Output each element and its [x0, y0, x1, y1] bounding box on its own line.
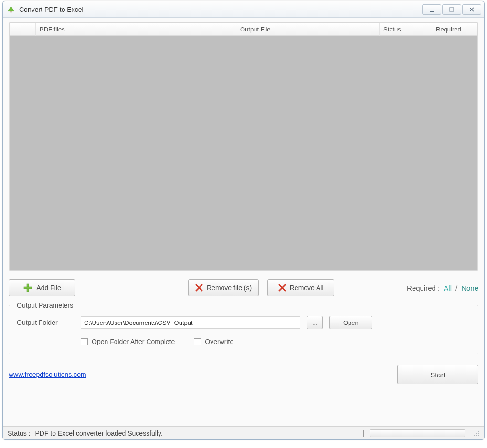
file-list-header: PDF files Output File Status Required: [10, 23, 477, 36]
remove-all-button[interactable]: Remove All: [267, 279, 334, 296]
svg-point-12: [478, 431, 479, 432]
website-link[interactable]: www.freepdfsolutions.com: [9, 371, 86, 378]
status-bar: Status : PDF to Excel converter loaded S…: [3, 426, 484, 439]
column-output-file[interactable]: Output File: [236, 23, 380, 36]
file-list-body[interactable]: [10, 36, 477, 270]
titlebar[interactable]: Convert PDF to Excel: [3, 1, 484, 18]
remove-file-label: Remove file (s): [207, 284, 252, 292]
add-file-button[interactable]: Add File: [9, 279, 75, 296]
status-text: PDF to Excel converter loaded Sucessfull…: [35, 429, 162, 437]
svg-point-14: [476, 433, 477, 434]
progress-bar: [370, 429, 465, 437]
svg-marker-0: [8, 6, 14, 11]
required-all-link[interactable]: All: [444, 284, 452, 292]
open-folder-button[interactable]: Open: [329, 316, 372, 329]
column-pdf-files[interactable]: PDF files: [36, 23, 236, 36]
remove-all-label: Remove All: [290, 284, 324, 292]
required-none-link[interactable]: None: [461, 284, 478, 292]
column-handle[interactable]: [10, 23, 36, 36]
svg-point-15: [478, 435, 479, 436]
x-icon: [278, 284, 286, 292]
svg-point-17: [474, 435, 475, 436]
status-separator: |: [363, 429, 365, 437]
output-folder-row: Output Folder ... Open: [17, 316, 470, 329]
output-parameters-legend: Output Parameters: [14, 302, 76, 309]
overwrite-label: Overwrite: [205, 338, 233, 345]
window-controls: [422, 4, 481, 15]
output-options-row: Open Folder After Complete Overwrite: [81, 338, 470, 345]
svg-rect-3: [450, 8, 454, 11]
app-icon: [7, 5, 15, 14]
footer-row: www.freepdfsolutions.com Start: [9, 365, 478, 384]
resize-grip-icon[interactable]: [473, 430, 479, 437]
remove-file-button[interactable]: Remove file (s): [188, 279, 259, 296]
svg-point-13: [478, 433, 479, 434]
x-icon: [195, 284, 203, 292]
svg-rect-1: [11, 11, 12, 12]
open-after-complete-label: Open Folder After Complete: [92, 338, 175, 345]
required-group: Required : All / None: [407, 284, 478, 292]
browse-button[interactable]: ...: [307, 316, 323, 329]
app-window: Convert PDF to Excel PDF files Outp: [2, 1, 485, 440]
separator: /: [455, 284, 457, 292]
client-area: PDF files Output File Status Required Ad…: [3, 18, 484, 426]
svg-point-16: [476, 435, 477, 436]
status-label: Status :: [8, 429, 30, 437]
add-file-label: Add File: [36, 284, 61, 292]
svg-rect-7: [24, 287, 32, 289]
checkbox-icon: [194, 338, 201, 345]
window-title: Convert PDF to Excel: [19, 6, 84, 13]
file-list[interactable]: PDF files Output File Status Required: [9, 22, 478, 271]
file-toolbar: Add File Remove file (s): [9, 279, 478, 296]
close-button[interactable]: [462, 4, 481, 15]
output-parameters-group: Output Parameters Output Folder ... Open…: [9, 305, 478, 354]
maximize-button[interactable]: [442, 4, 461, 15]
minimize-button[interactable]: [422, 4, 441, 15]
overwrite-checkbox[interactable]: Overwrite: [194, 338, 233, 345]
column-status[interactable]: Status: [380, 23, 432, 36]
output-folder-input[interactable]: [81, 316, 300, 329]
output-folder-label: Output Folder: [17, 319, 74, 326]
start-button[interactable]: Start: [397, 365, 478, 384]
column-required[interactable]: Required: [432, 23, 477, 36]
open-after-complete-checkbox[interactable]: Open Folder After Complete: [81, 338, 175, 345]
required-label: Required :: [407, 284, 440, 292]
plus-icon: [23, 283, 32, 292]
svg-rect-2: [430, 11, 434, 12]
checkbox-icon: [81, 338, 88, 345]
